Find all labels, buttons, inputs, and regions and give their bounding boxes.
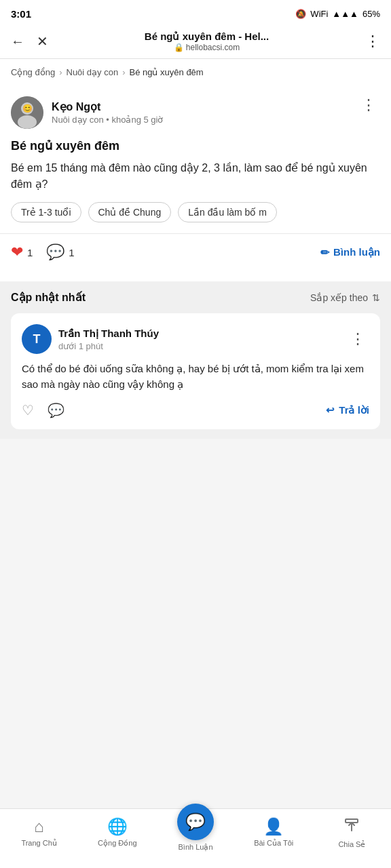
author-details: Kẹo Ngọt Nuôi dạy con • khoảng 5 giờ — [52, 100, 163, 125]
comment-like-button[interactable]: ♡ — [22, 402, 34, 418]
comment-count: 1 — [69, 247, 74, 258]
lock-icon: 🔒 — [174, 43, 184, 52]
post-card: 😊 Kẹo Ngọt Nuôi dạy con • khoảng 5 giờ ⋮… — [0, 85, 391, 281]
comment-outline-icon: 💬 — [48, 402, 64, 418]
svg-point-2 — [18, 115, 37, 129]
browser-menu-button[interactable]: ⋮ — [362, 30, 383, 53]
home-icon: ⌂ — [34, 817, 44, 836]
post-tags: Trẻ 1-3 tuổi Chủ đề Chung Lần đầu làm bố… — [11, 202, 380, 222]
sort-label: Sắp xếp theo — [310, 292, 368, 303]
breadcrumb: Cộng đồng › Nuôi dạy con › Bé ngủ xuyên … — [0, 59, 391, 85]
nav-trang-chu[interactable]: ⌂ Trang Chủ — [0, 816, 78, 849]
post-author-info: 😊 Kẹo Ngọt Nuôi dạy con • khoảng 5 giờ — [11, 96, 163, 129]
post-title: Bé ngủ xuyên đêm — [11, 138, 380, 153]
reply-label: Trả lời — [339, 404, 369, 416]
nav-chia-se-label: Chia Sẻ — [338, 840, 365, 849]
comment-body: Có thể do bé đòi uống sữa không ạ, hay b… — [22, 361, 369, 393]
comment-button-label: Bình luận — [333, 246, 380, 258]
avatar-image: 😊 — [11, 96, 43, 129]
wifi-icon: WiFi — [310, 9, 328, 19]
comment-bubble-icon: 💬 — [46, 243, 64, 261]
url-text: hellobacsi.com — [186, 43, 240, 52]
comment-actions: ♡ 💬 ↩ Trả lời — [22, 402, 369, 418]
breadcrumb-item-community[interactable]: Cộng đồng — [11, 67, 55, 77]
pencil-icon: ✏ — [320, 246, 329, 259]
reply-button[interactable]: ↩ Trả lời — [326, 404, 369, 416]
heart-icon: ❤ — [11, 243, 23, 261]
tag-0[interactable]: Trẻ 1-3 tuổi — [11, 202, 81, 222]
author-name: Kẹo Ngọt — [52, 100, 163, 113]
reply-arrow-icon: ↩ — [326, 404, 335, 416]
tag-2[interactable]: Lần đầu làm bố m — [178, 202, 277, 222]
comment-more-button[interactable]: ⋮ — [346, 330, 369, 348]
nav-bai-cua-toi[interactable]: 👤 Bài Của Tôi — [235, 816, 313, 849]
comment-header: T Trần Thị Thanh Thúy dưới 1 phút ⋮ — [22, 324, 369, 354]
author-avatar: 😊 — [11, 96, 43, 129]
battery-indicator: 65% — [362, 9, 380, 19]
comment-card: T Trần Thị Thanh Thúy dưới 1 phút ⋮ Có t… — [11, 313, 380, 429]
nav-binh-luan-label: Bình Luận — [178, 843, 212, 852]
status-bar: 3:01 🔕 WiFi ▲▲▲ 65% — [0, 0, 391, 24]
comment-count-action[interactable]: 💬 1 — [46, 243, 74, 261]
heart-outline-icon: ♡ — [22, 402, 34, 418]
close-button[interactable]: ✕ — [34, 31, 51, 52]
comment-author-name: Trần Thị Thanh Thúy — [58, 328, 159, 340]
sort-icon: ⇅ — [372, 292, 380, 303]
nav-cong-dong-label: Cộng Đồng — [98, 839, 136, 848]
post-actions: ❤ 1 💬 1 ✏ Bình luận — [11, 234, 380, 271]
breadcrumb-separator-1: › — [59, 67, 62, 77]
binh-luan-circle: 💬 — [177, 804, 214, 840]
author-meta: Nuôi dạy con • khoảng 5 giờ — [52, 115, 163, 125]
status-time: 3:01 — [11, 8, 31, 20]
binh-luan-icon: 💬 — [185, 812, 206, 831]
nav-trang-chu-label: Trang Chủ — [21, 839, 56, 848]
globe-icon: 🌐 — [107, 817, 128, 836]
nav-cong-dong[interactable]: 🌐 Cộng Đồng — [78, 816, 156, 849]
comments-header: Cập nhật nhất Sắp xếp theo ⇅ — [11, 291, 380, 304]
svg-text:😊: 😊 — [22, 103, 33, 113]
comments-label: Cập nhật nhất — [11, 291, 86, 304]
browser-title-area: Bé ngủ xuyên đêm - Hel... 🔒 hellobacsi.c… — [58, 31, 356, 52]
browser-title: Bé ngủ xuyên đêm - Hel... — [145, 31, 269, 43]
bottom-nav: ⌂ Trang Chủ 🌐 Cộng Đồng 💬 Bình Luận 👤 Bà… — [0, 808, 391, 868]
breadcrumb-item-current: Bé ngủ xuyên đêm — [130, 67, 204, 77]
browser-url: 🔒 hellobacsi.com — [174, 43, 240, 52]
sort-button[interactable]: Sắp xếp theo ⇅ — [310, 292, 380, 303]
comment-author-info: T Trần Thị Thanh Thúy dưới 1 phút — [22, 324, 159, 354]
comment-button[interactable]: ✏ Bình luận — [320, 246, 380, 259]
author-category: Nuôi dạy con — [52, 115, 104, 125]
share-icon — [343, 817, 360, 837]
like-count: 1 — [27, 247, 33, 258]
nav-chia-se[interactable]: Chia Sẻ — [313, 816, 391, 850]
post-time: khoảng 5 giờ — [111, 115, 163, 125]
signal-icon: ▲▲▲ — [332, 9, 358, 19]
nav-bai-cua-toi-label: Bài Của Tôi — [254, 839, 293, 848]
status-icons: 🔕 WiFi ▲▲▲ 65% — [295, 9, 380, 19]
like-action[interactable]: ❤ 1 — [11, 243, 33, 261]
breadcrumb-separator-2: › — [122, 67, 125, 77]
breadcrumb-item-nuoidaycon[interactable]: Nuôi dạy con — [67, 67, 119, 77]
comments-section: Cập nhật nhất Sắp xếp theo ⇅ T Trần Thị … — [0, 281, 391, 439]
browser-bar: ← ✕ Bé ngủ xuyên đêm - Hel... 🔒 hellobac… — [0, 24, 391, 59]
nav-binh-luan[interactable]: 💬 Bình Luận — [156, 804, 234, 852]
post-more-button[interactable]: ⋮ — [357, 96, 380, 114]
post-header: 😊 Kẹo Ngọt Nuôi dạy con • khoảng 5 giờ ⋮ — [11, 96, 380, 129]
svg-rect-5 — [346, 819, 358, 823]
comment-avatar: T — [22, 324, 52, 354]
comment-time: dưới 1 phút — [58, 341, 159, 351]
notification-icon: 🔕 — [295, 9, 306, 19]
comment-comment-button[interactable]: 💬 — [48, 402, 64, 418]
comment-author-details: Trần Thị Thanh Thúy dưới 1 phút — [58, 328, 159, 351]
back-button[interactable]: ← — [8, 31, 27, 52]
post-body: Bé em 15 tháng mà đêm nào cũng dậy 2, 3 … — [11, 160, 380, 193]
tag-1[interactable]: Chủ đề Chung — [88, 202, 172, 222]
user-icon: 👤 — [263, 817, 284, 836]
